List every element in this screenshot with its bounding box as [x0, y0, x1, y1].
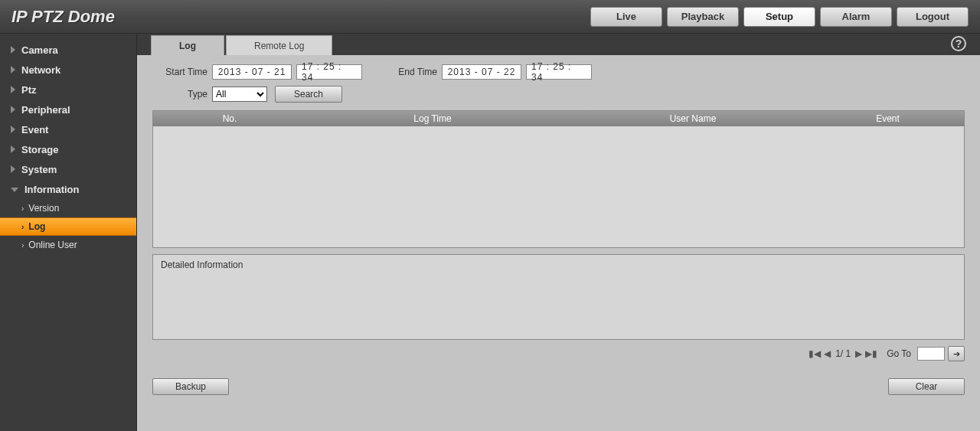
- goto-label: Go To: [887, 348, 911, 359]
- chevron-right-icon: ›: [21, 204, 24, 213]
- tab-remote-log[interactable]: Remote Log: [226, 35, 332, 55]
- nav-live[interactable]: Live: [590, 7, 662, 27]
- col-header-log-time: Log Time: [306, 113, 559, 124]
- start-time-label: Start Time: [152, 67, 207, 77]
- sidebar-sub-version[interactable]: ›Version: [0, 199, 136, 217]
- end-time-input[interactable]: 17 : 25 : 34: [526, 64, 592, 80]
- tab-log[interactable]: Log: [151, 35, 224, 55]
- sidebar-sub-online-user[interactable]: ›Online User: [0, 236, 136, 254]
- chevron-right-icon: [11, 145, 15, 153]
- content-area: Log Remote Log ? Start Time 2013 - 07 - …: [136, 34, 980, 431]
- sidebar-item-label: Information: [24, 184, 80, 195]
- end-date-input[interactable]: 2013 - 07 - 22: [442, 64, 521, 80]
- sidebar-item-label: Network: [21, 64, 60, 76]
- chevron-right-icon: ›: [21, 241, 24, 250]
- top-nav: Live Playback Setup Alarm Logout: [590, 7, 969, 27]
- nav-alarm[interactable]: Alarm: [820, 7, 892, 27]
- chevron-right-icon: ›: [21, 223, 24, 231]
- sidebar-item-network[interactable]: Network: [0, 60, 136, 80]
- col-header-event: Event: [827, 113, 964, 124]
- sidebar-item-label: Camera: [21, 44, 58, 56]
- sidebar-item-label: Ptz: [21, 84, 37, 96]
- sidebar-item-label: Storage: [21, 144, 58, 155]
- chevron-right-icon: [11, 165, 15, 173]
- type-select[interactable]: All: [212, 87, 267, 102]
- type-label: Type: [152, 89, 207, 100]
- sidebar-item-camera[interactable]: Camera: [0, 40, 136, 60]
- end-time-label: End Time: [394, 67, 437, 77]
- chevron-right-icon: [11, 126, 15, 133]
- sidebar: Camera Network Ptz Peripheral Event Stor…: [0, 34, 136, 431]
- detail-info-box: Detailed Information: [152, 254, 965, 340]
- sidebar-sub-label: Version: [28, 203, 59, 214]
- goto-button[interactable]: ➔: [948, 346, 965, 361]
- col-header-user-name: User Name: [559, 113, 827, 124]
- col-header-no: No.: [153, 113, 306, 124]
- nav-setup[interactable]: Setup: [743, 7, 815, 27]
- sidebar-item-label: Event: [21, 124, 48, 136]
- pager-prev-icon[interactable]: ◀: [824, 348, 831, 359]
- chevron-down-icon: [11, 188, 18, 192]
- chevron-right-icon: [11, 106, 15, 113]
- sidebar-item-system[interactable]: System: [0, 159, 136, 179]
- search-button[interactable]: Search: [275, 86, 342, 103]
- sidebar-item-event[interactable]: Event: [0, 119, 136, 139]
- pager-count: 1/ 1: [835, 348, 851, 359]
- start-date-input[interactable]: 2013 - 07 - 21: [212, 64, 292, 80]
- sidebar-item-information[interactable]: Information: [0, 179, 136, 199]
- sidebar-sub-label: Online User: [28, 240, 77, 250]
- goto-input[interactable]: [917, 347, 945, 361]
- pager-last-icon[interactable]: ▶▮: [865, 348, 877, 359]
- nav-logout[interactable]: Logout: [897, 7, 969, 27]
- tab-strip: Log Remote Log ?: [137, 34, 980, 55]
- arrow-right-icon: ➔: [953, 349, 960, 359]
- log-table: No. Log Time User Name Event: [152, 110, 965, 248]
- sidebar-item-ptz[interactable]: Ptz: [0, 80, 136, 100]
- sidebar-sub-log[interactable]: ›Log: [0, 217, 136, 236]
- nav-playback[interactable]: Playback: [667, 7, 739, 27]
- detail-title: Detailed Information: [161, 260, 243, 270]
- pager-first-icon[interactable]: ▮◀: [808, 348, 821, 359]
- clear-button[interactable]: Clear: [888, 378, 965, 395]
- filter-section: Start Time 2013 - 07 - 21 17 : 25 : 34 E…: [152, 64, 965, 103]
- chevron-right-icon: [11, 66, 15, 73]
- sidebar-item-storage[interactable]: Storage: [0, 139, 136, 159]
- pager: ▮◀ ◀ 1/ 1 ▶ ▶▮ Go To ➔: [152, 346, 965, 361]
- brand-title: IP PTZ Dome: [11, 7, 590, 27]
- chevron-right-icon: [11, 86, 15, 93]
- sidebar-item-label: Peripheral: [21, 104, 70, 116]
- sidebar-item-peripheral[interactable]: Peripheral: [0, 100, 136, 119]
- start-time-input[interactable]: 17 : 25 : 34: [296, 64, 362, 80]
- table-body[interactable]: [153, 126, 964, 247]
- help-icon[interactable]: ?: [951, 36, 966, 51]
- backup-button[interactable]: Backup: [152, 378, 229, 395]
- chevron-right-icon: [11, 46, 15, 54]
- sidebar-item-label: System: [21, 164, 57, 175]
- sidebar-sub-label: Log: [28, 221, 45, 232]
- table-header: No. Log Time User Name Event: [153, 111, 964, 126]
- header-bar: IP PTZ Dome Live Playback Setup Alarm Lo…: [0, 0, 980, 34]
- pager-next-icon[interactable]: ▶: [855, 348, 862, 359]
